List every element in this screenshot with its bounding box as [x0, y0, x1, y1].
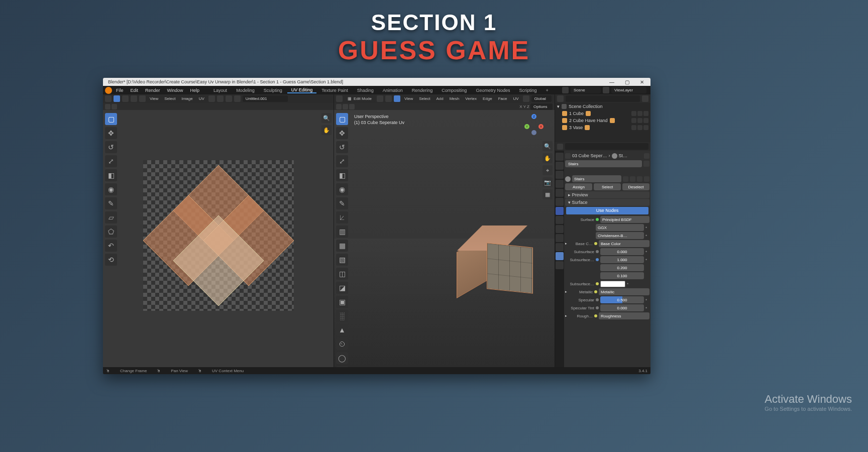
render-icon[interactable] — [637, 118, 642, 123]
select-mode-face-icon[interactable] — [394, 95, 400, 102]
uv-overlays-icon[interactable] — [105, 104, 111, 109]
tab-shading[interactable]: Shading — [353, 88, 378, 93]
prop-tab-scene[interactable] — [556, 180, 564, 188]
v3d-tool-smooth[interactable]: ⏲ — [336, 338, 348, 350]
window-maximize-button[interactable]: ▢ — [622, 79, 631, 85]
gizmo-z-axis[interactable]: Z — [531, 114, 536, 119]
link-socket-icon[interactable] — [596, 250, 599, 253]
link-socket-icon[interactable] — [596, 218, 599, 221]
prop-tab-viewlayer[interactable] — [556, 171, 564, 179]
v3d-tool-measure[interactable]: ⟀ — [336, 211, 348, 223]
menu-help[interactable]: Help — [187, 88, 203, 93]
expand-icon[interactable]: ▸ — [565, 314, 567, 318]
link-socket-icon[interactable] — [596, 298, 599, 301]
uv-snap-icon[interactable] — [208, 95, 215, 102]
view3d-menu-mesh[interactable]: Mesh — [448, 96, 462, 101]
uv-tool-transform[interactable]: ◉ — [105, 183, 117, 195]
deselect-button[interactable]: Deselect — [622, 183, 649, 190]
scene-name-field[interactable]: Scene — [571, 87, 601, 93]
uv-pan-icon[interactable]: ✋ — [321, 125, 332, 135]
subsurface-method-dropdown[interactable]: Christensen-B… — [596, 232, 644, 239]
uv-tool-scale[interactable]: ◧ — [105, 169, 117, 181]
navigation-gizmo[interactable]: Z X Y — [523, 114, 545, 135]
breadcrumb-object[interactable]: 03 Cube Seper… — [572, 153, 607, 158]
link-socket-icon[interactable] — [596, 258, 599, 261]
uv-mode-face-icon[interactable] — [131, 95, 137, 102]
prop-tab-world[interactable] — [556, 189, 564, 197]
eye-icon[interactable] — [631, 118, 636, 123]
uv-viewport[interactable]: ▢ ✥ ↺ ⤢ ◧ ◉ ✎ ▱ ⬠ ↶ ⟲ 🔍 ✋ — [103, 110, 334, 367]
disable-icon[interactable] — [643, 125, 648, 130]
uv-tool-select[interactable]: ▢ — [105, 113, 117, 125]
view3d-menu-view[interactable]: View — [402, 96, 415, 101]
surface-panel-header[interactable]: Surface — [565, 199, 649, 206]
gizmo-x-axis[interactable]: X — [538, 124, 544, 129]
menu-window[interactable]: Window — [164, 88, 186, 93]
view3d-menu-edge[interactable]: Edge — [481, 96, 494, 101]
prop-tab-material[interactable] — [556, 252, 564, 260]
v3d-tool-extrude[interactable]: ▦ — [336, 240, 348, 252]
view3d-camera-icon[interactable]: ⌖ — [542, 165, 553, 175]
gizmo-z-neg[interactable] — [531, 130, 536, 135]
outliner-filter-icon[interactable] — [642, 95, 648, 102]
uv-menu-select[interactable]: Select — [162, 96, 177, 101]
menu-edit[interactable]: Edit — [128, 88, 142, 93]
viewlayer-name-field[interactable]: ViewLayer — [611, 87, 646, 93]
disable-icon[interactable] — [643, 111, 648, 116]
v3d-tool-annotate[interactable]: ✎ — [336, 197, 348, 209]
link-socket-icon[interactable] — [594, 314, 597, 317]
subsurface-r-y[interactable]: 0.200 — [600, 264, 644, 271]
window-titlebar[interactable]: Blender* [D:\Video Recorder\Create Cours… — [103, 78, 650, 86]
view3d-overlays-icon[interactable] — [336, 104, 342, 109]
subsurface-color-swatch[interactable] — [600, 281, 625, 287]
prop-tab-render[interactable] — [556, 153, 564, 161]
preview-panel-header[interactable]: Preview — [565, 191, 649, 198]
window-minimize-button[interactable]: ― — [607, 79, 616, 85]
uv-menu-uv[interactable]: UV — [197, 96, 206, 101]
editor-type-icon[interactable] — [105, 95, 112, 102]
uv-tool-cursor[interactable]: ✥ — [105, 127, 117, 139]
uv-image-link-icon[interactable] — [234, 95, 241, 102]
tab-scripting[interactable]: Scripting — [515, 88, 540, 93]
v3d-tool-polybuild[interactable]: ░ — [336, 310, 348, 322]
v3d-tool-loopcut[interactable]: ◪ — [336, 282, 348, 294]
disable-icon[interactable] — [643, 118, 648, 123]
v3d-tool-spin[interactable]: ▲ — [336, 324, 348, 336]
v3d-tool-edgeslide[interactable]: ◯ — [336, 352, 348, 364]
menu-file[interactable]: File — [113, 88, 127, 93]
uv-pivot-icon[interactable] — [217, 95, 224, 102]
orientation-field[interactable]: Global — [531, 95, 552, 102]
prop-tab-modifier[interactable] — [556, 207, 564, 215]
v3d-tool-add-cube[interactable]: ▥ — [336, 225, 348, 238]
material-slot[interactable]: Stairs — [565, 160, 642, 167]
properties-search[interactable] — [565, 143, 648, 150]
eye-icon[interactable] — [631, 125, 636, 130]
view3d-editor-type-icon[interactable] — [336, 95, 343, 102]
outliner-search[interactable] — [566, 95, 640, 102]
tab-compositing[interactable]: Compositing — [438, 88, 471, 93]
uv-tool-move[interactable]: ↺ — [105, 141, 117, 153]
add-slot-icon[interactable] — [643, 161, 649, 167]
view3d-menu-face[interactable]: Face — [496, 96, 509, 101]
options-dropdown[interactable]: Options — [530, 103, 553, 110]
select-mode-vert-icon[interactable] — [377, 95, 383, 102]
properties-editor-icon[interactable] — [557, 144, 563, 150]
prop-tab-data[interactable] — [556, 243, 564, 251]
unlink-icon[interactable] — [637, 176, 642, 182]
tab-animation[interactable]: Animation — [379, 88, 407, 93]
v3d-tool-shrink[interactable]: ⬛ — [336, 366, 348, 367]
v3d-tool-scale[interactable]: ◧ — [336, 169, 348, 181]
new-material-icon[interactable] — [630, 176, 635, 182]
uv-tool-relax[interactable]: ↶ — [105, 240, 117, 252]
outliner-root[interactable]: ▾ Scene Collection — [555, 103, 650, 110]
tab-layout[interactable]: Layout — [209, 88, 231, 93]
outliner-editor-icon[interactable] — [557, 95, 564, 102]
v3d-tool-knife[interactable]: ▣ — [336, 296, 348, 308]
base-color-value[interactable]: Base Color — [599, 240, 649, 247]
distribution-dropdown[interactable]: GGX — [596, 224, 644, 231]
tab-texture-paint[interactable]: Texture Paint — [317, 88, 352, 93]
prop-tab-physics[interactable] — [556, 225, 564, 233]
uv-tool-rip[interactable]: ▱ — [105, 211, 117, 223]
specular-tint-value[interactable]: 0.000 — [600, 304, 644, 311]
v3d-tool-rotate[interactable]: ⤢ — [336, 155, 348, 167]
